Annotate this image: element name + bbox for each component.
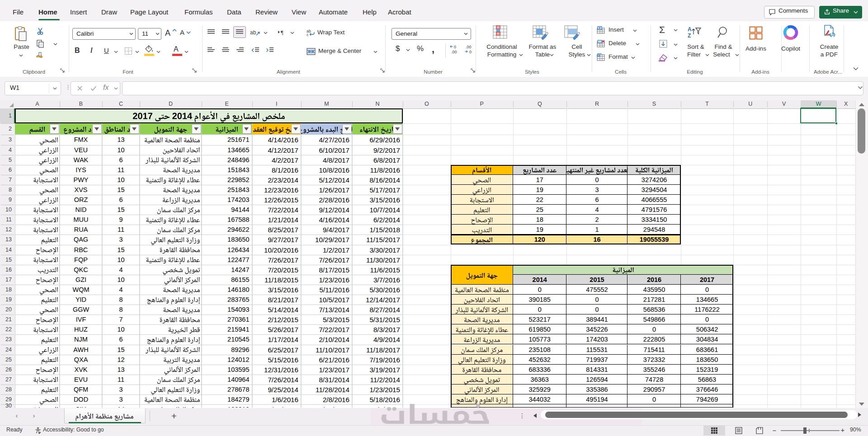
svg-text:Z: Z [688,33,691,39]
svg-text:c: c [307,33,309,37]
svg-text:0: 0 [454,45,456,49]
svg-text:.00: .00 [451,50,457,54]
svg-text:¶: ¶ [281,29,283,36]
svg-text:ab: ab [250,29,256,36]
svg-text:.00: .00 [466,45,472,49]
svg-text:A: A [688,26,692,33]
svg-text:0: 0 [469,50,472,54]
